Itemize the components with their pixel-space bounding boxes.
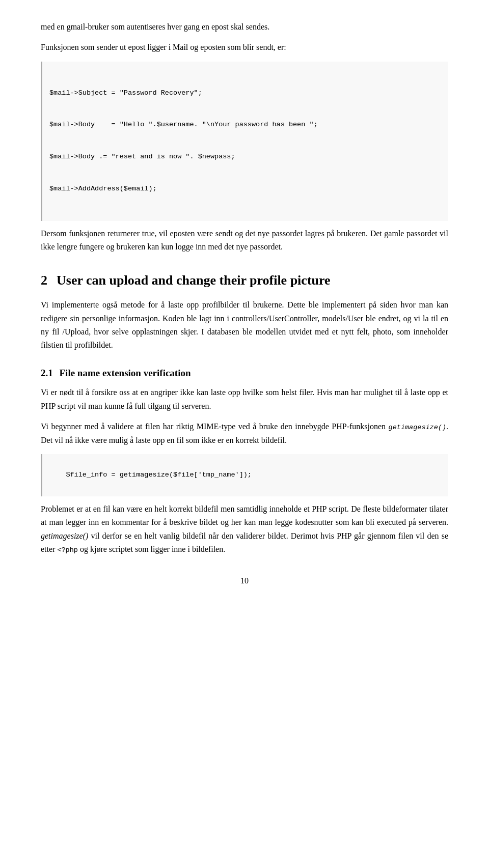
para1: Funksjonen som sender ut epost ligger i … xyxy=(41,41,448,54)
page: med en gmail-bruker som autentiseres hve… xyxy=(0,0,489,868)
para5: Vi begynner med å validere at filen har … xyxy=(41,420,448,447)
para6-end: og kjøre scriptet som ligger inne i bild… xyxy=(78,545,225,553)
para5-code: getimagesize() xyxy=(389,424,446,431)
para5-before: Vi begynner med å validere at filen har … xyxy=(41,422,389,431)
code-line-5: $file_info = getimagesize($file['tmp_nam… xyxy=(66,471,252,479)
para2: Dersom funksjonen returnerer true, vil e… xyxy=(41,227,448,254)
section-2-title: User can upload and change their profile… xyxy=(57,272,331,289)
page-number: 10 xyxy=(41,576,448,585)
section-2-heading: 2 User can upload and change their profi… xyxy=(41,272,448,289)
code-line-2: $mail->Body = "Hello ".$username. "\nYou… xyxy=(49,120,441,130)
code-block-1: $mail->Subject = "Password Recovery"; $m… xyxy=(41,62,448,221)
code-line-4: $mail->AddAddress($email); xyxy=(49,184,441,194)
intro-paragraph: med en gmail-bruker som autentiseres hve… xyxy=(41,20,448,34)
subsection-2-1-title: File name extension verification xyxy=(60,368,191,378)
code-line-3: $mail->Body .= "reset and is now ". $new… xyxy=(49,152,441,162)
para3: Vi implementerte også metode for å laste… xyxy=(41,298,448,352)
para6: Problemet er at en fil kan være en helt … xyxy=(41,502,448,556)
para6-before: Problemet er at en fil kan være en helt … xyxy=(41,505,448,526)
subsection-2-1-heading: 2.1 File name extension verification xyxy=(41,367,448,380)
code-line-1: $mail->Subject = "Password Recovery"; xyxy=(49,88,441,99)
para6-php-tag: <?php xyxy=(57,546,78,554)
para4: Vi er nødt til å forsikre oss at en angr… xyxy=(41,386,448,413)
subsection-2-1-number: 2.1 xyxy=(41,368,53,378)
code-block-2: $file_info = getimagesize($file['tmp_nam… xyxy=(41,454,448,496)
para6-italic1: getimagesize() xyxy=(41,531,88,540)
section-2-number: 2 xyxy=(41,272,47,289)
